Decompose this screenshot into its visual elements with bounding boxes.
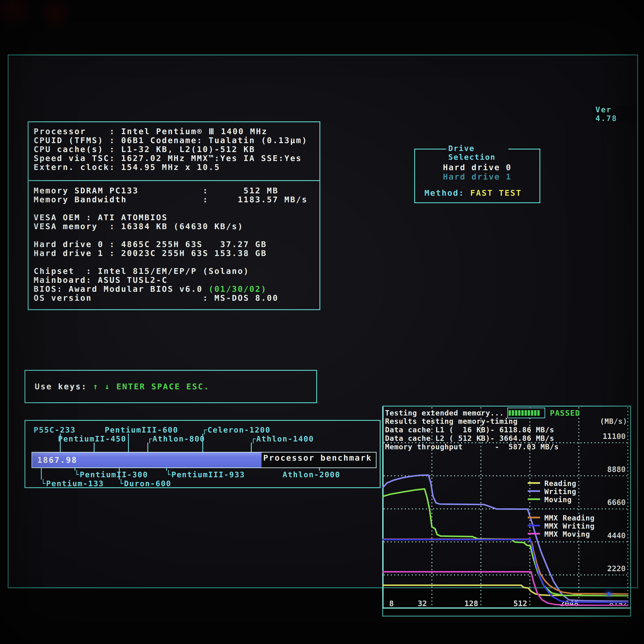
progress-segment [534,410,536,416]
svg-text:8: 8 [389,599,394,608]
svg-text:32: 32 [418,599,427,608]
progress-segment [512,410,514,416]
svg-text:128: 128 [464,599,478,608]
progress-segment [531,410,533,416]
crt-screen: Ver 4.78 Processor : Intel Pentium® Ⅲ 14… [8,55,638,588]
progress-segment [509,410,511,416]
legend-item: MMX Reading [544,514,595,522]
legend-item: Moving [544,495,572,504]
progress-segment [528,410,530,416]
passed-badge: PASSED [550,409,580,417]
memory-test-status: Testing extended memory... [385,409,504,417]
monitor-power-led [607,592,611,596]
progress-segment [515,410,517,416]
legend-swatch [528,482,540,484]
progress-segment [525,410,527,416]
progress-segment [537,410,540,416]
legend-swatch [528,517,540,518]
legend-swatch [528,490,540,492]
svg-text:6660: 6660 [607,498,626,507]
legend-swatch [528,498,540,500]
memory-timing-chart: 22204440666088801110083212851220488192 [9,55,644,644]
legend-swatch [528,533,540,535]
legend-item: Writing [544,487,576,496]
memory-results-text: Results testing memory-timing (MB/s)Data… [385,417,627,451]
progress-bar [507,408,545,418]
svg-text:2220: 2220 [607,564,626,573]
memory-test-status-row: Testing extended memory... PASSED [385,408,580,418]
svg-text:4440: 4440 [607,531,626,540]
svg-text:8880: 8880 [607,465,626,474]
photo-backdrop: Ver 4.78 Processor : Intel Pentium® Ⅲ 14… [0,0,644,644]
progress-segment [518,410,520,416]
progress-segment [521,410,524,416]
legend-item: MMX Writing [544,522,595,530]
legend-swatch [528,525,540,526]
svg-text:512: 512 [513,599,527,608]
legend-item: MMX Moving [544,530,590,538]
legend-item: Reading [544,479,576,488]
